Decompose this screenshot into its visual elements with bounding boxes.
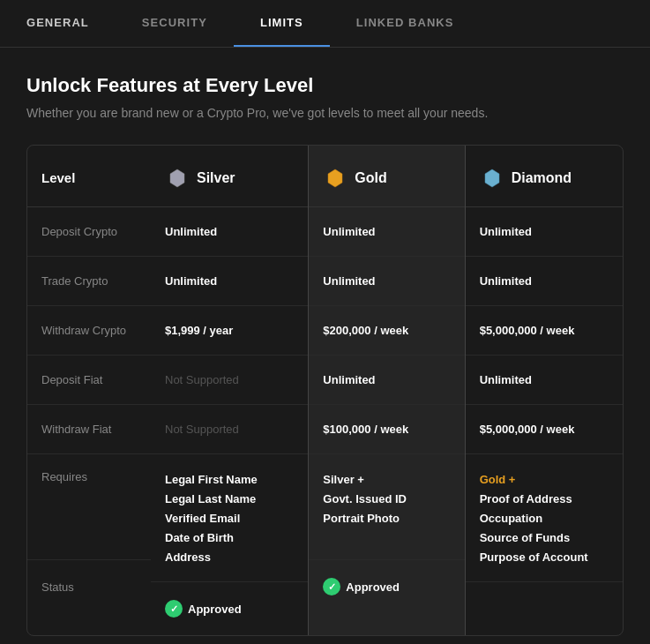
tab-linked-banks[interactable]: LINKED BANKS (330, 0, 481, 47)
row-requires-label: Requires (27, 454, 151, 560)
silver-icon (165, 166, 190, 191)
silver-deposit-crypto: Unlimited (151, 207, 308, 257)
gold-withdraw-fiat: $100,000 / week (309, 405, 464, 454)
levels-table: Level Deposit Crypto Trade Crypto Withdr… (26, 145, 624, 636)
diamond-req-3: Source of Funds (480, 528, 571, 548)
diamond-header: Diamond (466, 146, 623, 207)
gold-req-3: Portrait Photo (323, 509, 400, 528)
silver-status-text: Approved (188, 603, 242, 616)
level-header-label: Level (27, 146, 151, 207)
diamond-req-1: Proof of Address (480, 490, 572, 509)
silver-approved-badge: Approved (165, 600, 242, 618)
silver-trade-crypto: Unlimited (151, 257, 308, 306)
silver-req-1: Legal First Name (165, 470, 258, 490)
diamond-withdraw-crypto: $5,000,000 / week (466, 306, 623, 356)
diamond-status (466, 582, 623, 635)
gold-deposit-fiat: Unlimited (309, 356, 464, 405)
silver-req-3: Verified Email (165, 509, 240, 528)
tab-limits[interactable]: LIMITS (234, 0, 330, 47)
silver-check-icon (165, 600, 183, 618)
row-withdraw-fiat-label: Withdraw Fiat (27, 405, 151, 454)
gold-check-icon (323, 578, 340, 595)
gold-withdraw-crypto: $200,000 / week (309, 306, 464, 356)
diamond-requires: Gold + Proof of Address Occupation Sourc… (466, 454, 623, 582)
silver-header-label: Silver (197, 170, 235, 186)
row-trade-crypto-label: Trade Crypto (27, 257, 151, 306)
diamond-header-label: Diamond (512, 170, 572, 186)
diamond-deposit-fiat: Unlimited (466, 356, 623, 405)
diamond-gold-prefix: Gold + (480, 470, 516, 490)
diamond-trade-crypto: Unlimited (466, 257, 623, 306)
row-status-label: Status (27, 560, 151, 613)
tab-general[interactable]: GENERAL (0, 0, 116, 47)
diamond-icon (480, 166, 504, 191)
silver-req-4: Date of Birth (165, 528, 234, 548)
gold-deposit-crypto: Unlimited (309, 207, 464, 257)
silver-req-5: Address (165, 548, 211, 567)
diamond-deposit-crypto: Unlimited (466, 207, 623, 257)
row-deposit-fiat-label: Deposit Fiat (27, 356, 151, 405)
silver-req-2: Legal Last Name (165, 490, 256, 509)
column-diamond: Diamond Unlimited Unlimited $5,000,000 /… (466, 146, 623, 635)
gold-status: Approved (309, 560, 464, 613)
gold-req-1: Silver + (323, 470, 364, 490)
gold-requires: Silver + Govt. Issued ID Portrait Photo (309, 454, 464, 560)
diamond-withdraw-fiat: $5,000,000 / week (466, 405, 623, 454)
gold-approved-badge: Approved (323, 578, 400, 595)
diamond-req-2: Occupation (480, 509, 543, 528)
diamond-req-4: Purpose of Account (480, 548, 588, 567)
page-title: Unlock Features at Every Level (26, 74, 624, 97)
silver-withdraw-fiat: Not Supported (151, 405, 308, 454)
top-navigation: GENERAL SECURITY LIMITS LINKED BANKS (0, 0, 650, 48)
silver-deposit-fiat: Not Supported (151, 356, 308, 405)
svg-marker-0 (170, 169, 184, 187)
gold-icon (323, 166, 347, 191)
gold-header-label: Gold (355, 170, 386, 186)
silver-header: Silver (151, 146, 308, 207)
gold-trade-crypto: Unlimited (309, 257, 464, 306)
gold-req-2: Govt. Issued ID (323, 490, 407, 509)
column-gold: Gold Unlimited Unlimited $200,000 / week… (308, 146, 465, 635)
gold-header: Gold (309, 146, 464, 207)
column-labels: Level Deposit Crypto Trade Crypto Withdr… (27, 146, 151, 635)
level-label-text: Level (41, 170, 75, 185)
svg-marker-2 (485, 169, 499, 187)
silver-status: Approved (151, 582, 308, 635)
row-deposit-crypto-label: Deposit Crypto (27, 207, 151, 257)
svg-marker-1 (328, 169, 342, 187)
tab-security[interactable]: SECURITY (116, 0, 234, 47)
gold-status-text: Approved (346, 580, 400, 594)
page-content: Unlock Features at Every Level Whether y… (0, 48, 650, 644)
column-silver: Silver Unlimited Unlimited $1,999 / year… (151, 146, 308, 635)
page-subtitle: Whether you are brand new or a Crypto Pr… (26, 106, 624, 120)
silver-requires: Legal First Name Legal Last Name Verifie… (151, 454, 308, 582)
row-withdraw-crypto-label: Withdraw Crypto (27, 306, 151, 356)
silver-withdraw-crypto: $1,999 / year (151, 306, 308, 356)
